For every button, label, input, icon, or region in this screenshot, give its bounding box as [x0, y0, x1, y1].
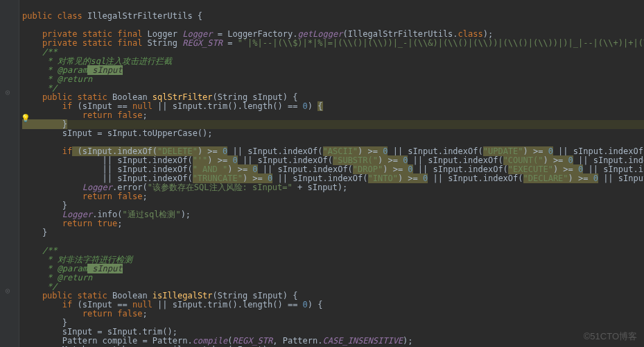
line: */	[22, 83, 58, 93]
intention-bulb-icon[interactable]: 💡	[21, 114, 31, 123]
line: || sInput.indexOf("TRUNCATE") >= 0 || sI…	[22, 174, 644, 183]
line: return false;	[22, 192, 148, 201]
line: if (sInput.indexOf("DELETE") >= 0 || sIn…	[22, 146, 644, 156]
override-icon[interactable]: ◎	[6, 287, 14, 295]
override-icon[interactable]: ◎	[6, 88, 14, 96]
line: || sInput.indexOf(" AND ") >= 0 || sInpu…	[22, 164, 644, 174]
editor-gutter: ◎ ◎	[0, 0, 19, 347]
line: */	[22, 282, 58, 291]
line: private static final Logger Logger = Log…	[22, 29, 493, 39]
line: * @return	[22, 74, 92, 84]
line: * @return	[22, 273, 92, 282]
line: * @param sInput	[22, 264, 123, 273]
line: return false;	[22, 110, 148, 120]
line: * 对非法字符进行检测	[22, 255, 132, 264]
line: * 对常见的sql注入攻击进行拦截	[22, 56, 172, 66]
line: sInput = sInput.trim();	[22, 327, 177, 337]
code-editor[interactable]: public class IllegalStrFilterUtils { pri…	[0, 0, 644, 347]
line: }	[22, 228, 47, 237]
line: if (sInput == null || sInput.trim().leng…	[22, 101, 323, 111]
line: Pattern compile = Pattern.compile(REGX_S…	[22, 336, 413, 346]
line: private static final String REGX_STR = "…	[22, 38, 644, 48]
line: if (sInput == null || sInput.trim().leng…	[22, 300, 323, 310]
line: }	[22, 318, 67, 328]
line: sInput = sInput.toUpperCase();	[22, 128, 213, 138]
line: return true;	[22, 219, 123, 228]
line: Logger.error("该参数存在SQL注入风险: sInput=" + s…	[22, 183, 347, 192]
line: public class IllegalStrFilterUtils {	[22, 11, 202, 21]
line	[22, 237, 27, 246]
line: /**	[22, 47, 58, 57]
line: public static Boolean isIllegalStr(Strin…	[22, 291, 297, 301]
line: || sInput.indexOf("'") >= 0 || sInput.in…	[22, 155, 644, 165]
line: * @param sInput	[22, 65, 123, 75]
line: Logger.info("通过sql检测");	[22, 210, 191, 219]
line	[22, 137, 27, 147]
line: /**	[22, 246, 58, 255]
line	[22, 20, 27, 30]
line: public static Boolean sqlStrFilter(Strin…	[22, 92, 297, 102]
line: return false;	[22, 309, 148, 319]
watermark: ©51CTO博客	[584, 330, 637, 343]
line: }	[22, 201, 67, 210]
